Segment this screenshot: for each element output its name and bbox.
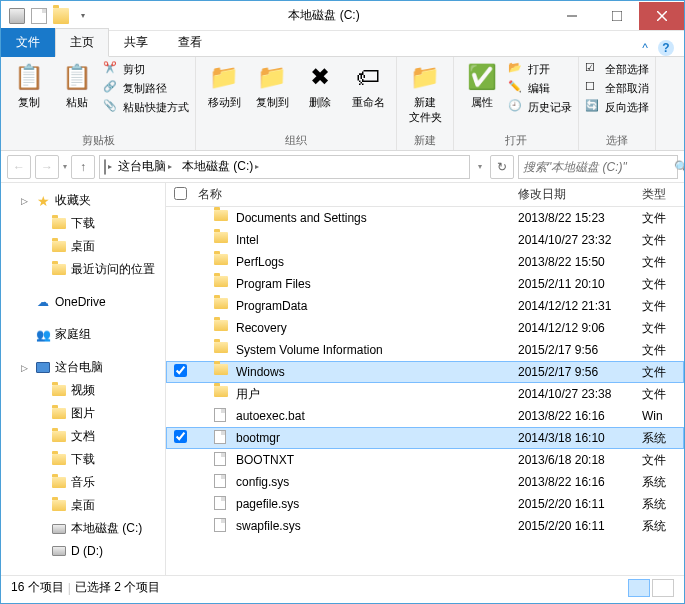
- file-row[interactable]: BOOTNXT2013/6/18 20:18文件: [166, 449, 684, 471]
- file-row[interactable]: Intel2014/10/27 23:32文件: [166, 229, 684, 251]
- cut-button[interactable]: ✂️剪切: [103, 61, 189, 77]
- minimize-ribbon-icon[interactable]: ^: [642, 41, 648, 55]
- row-checkbox[interactable]: [174, 364, 187, 377]
- breadcrumb-item[interactable]: 这台电脑▸: [114, 158, 176, 175]
- file-type: 文件: [642, 320, 684, 337]
- open-button[interactable]: 📂打开: [508, 61, 572, 77]
- file-name: swapfile.sys: [236, 519, 301, 533]
- column-name[interactable]: 名称: [194, 186, 518, 203]
- row-checkbox[interactable]: [174, 430, 187, 443]
- search-icon[interactable]: 🔍: [674, 160, 685, 174]
- folder-icon[interactable]: [53, 8, 69, 24]
- file-row[interactable]: Program Files2015/2/11 20:10文件: [166, 273, 684, 295]
- folder-icon: [51, 475, 67, 491]
- sidebar-item-下载[interactable]: 下载: [1, 448, 165, 471]
- ribbon-group-剪贴板: 📋复制📋粘贴✂️剪切🔗复制路径📎粘贴快捷方式剪贴板: [1, 57, 196, 150]
- sidebar-item-文档[interactable]: 文档: [1, 425, 165, 448]
- tab-主页[interactable]: 主页: [55, 28, 109, 57]
- navigation-pane[interactable]: ▷★收藏夹下载桌面最近访问的位置☁OneDrive👥家庭组▷这台电脑视频图片文档…: [1, 183, 166, 575]
- file-type: 文件: [642, 276, 684, 293]
- forward-button[interactable]: →: [35, 155, 59, 179]
- column-checkbox[interactable]: [166, 187, 194, 203]
- expand-icon[interactable]: ▷: [21, 363, 31, 373]
- copypath-button[interactable]: 🔗复制路径: [103, 80, 189, 96]
- sidebar-item-桌面[interactable]: 桌面: [1, 235, 165, 258]
- minimize-button[interactable]: [549, 2, 594, 30]
- refresh-button[interactable]: ↻: [490, 155, 514, 179]
- sidebar-item-音乐[interactable]: 音乐: [1, 471, 165, 494]
- new-doc-icon[interactable]: [31, 8, 47, 24]
- file-row[interactable]: Recovery2014/12/12 9:06文件: [166, 317, 684, 339]
- selectnone-button[interactable]: ☐全部取消: [585, 80, 649, 96]
- selectall-button[interactable]: ☑全部选择: [585, 61, 649, 77]
- copyto-button[interactable]: 📁复制到: [250, 61, 294, 110]
- pasteshortcut-button[interactable]: 📎粘贴快捷方式: [103, 99, 189, 115]
- newfolder-button[interactable]: 📁新建文件夹: [403, 61, 447, 125]
- file-row[interactable]: pagefile.sys2015/2/20 16:11系统: [166, 493, 684, 515]
- file-row[interactable]: Windows2015/2/17 9:56文件: [166, 361, 684, 383]
- qat-dropdown-icon[interactable]: ▾: [75, 8, 91, 24]
- maximize-button[interactable]: [594, 2, 639, 30]
- sidebar-item-视频[interactable]: 视频: [1, 379, 165, 402]
- folder-icon: [51, 429, 67, 445]
- sidebar-item-收藏夹[interactable]: ▷★收藏夹: [1, 189, 165, 212]
- file-date: 2013/8/22 15:23: [518, 211, 642, 225]
- delete-button[interactable]: ✖删除: [298, 61, 342, 110]
- help-icon[interactable]: ?: [658, 40, 674, 56]
- tab-file[interactable]: 文件: [1, 28, 55, 57]
- file-icon: [214, 430, 230, 446]
- rename-button[interactable]: 🏷重命名: [346, 61, 390, 110]
- file-row[interactable]: autoexec.bat2013/8/22 16:16Win: [166, 405, 684, 427]
- file-rows[interactable]: Documents and Settings2013/8/22 15:23文件I…: [166, 207, 684, 575]
- search-box[interactable]: 🔍: [518, 155, 678, 179]
- up-button[interactable]: ↑: [71, 155, 95, 179]
- tab-共享[interactable]: 共享: [109, 28, 163, 57]
- ribbon-group-label: 选择: [585, 131, 649, 148]
- homegroup-icon: 👥: [35, 327, 51, 343]
- tab-查看[interactable]: 查看: [163, 28, 217, 57]
- history-button[interactable]: 🕘历史记录: [508, 99, 572, 115]
- file-row[interactable]: 用户2014/10/27 23:38文件: [166, 383, 684, 405]
- address-dropdown-icon[interactable]: ▾: [474, 162, 486, 171]
- column-date[interactable]: 修改日期: [518, 186, 642, 203]
- file-row[interactable]: PerfLogs2013/8/22 15:50文件: [166, 251, 684, 273]
- sidebar-item-这台电脑[interactable]: ▷这台电脑: [1, 356, 165, 379]
- back-button[interactable]: ←: [7, 155, 31, 179]
- folder-icon: [214, 276, 230, 292]
- ribbon-group-打开: ✅属性📂打开✏️编辑🕘历史记录打开: [454, 57, 579, 150]
- paste-button[interactable]: 📋粘贴: [55, 61, 99, 110]
- file-type: 系统: [642, 518, 684, 535]
- file-row[interactable]: swapfile.sys2015/2/20 16:11系统: [166, 515, 684, 537]
- file-name: bootmgr: [236, 431, 280, 445]
- sidebar-item-OneDrive[interactable]: ☁OneDrive: [1, 291, 165, 313]
- file-row[interactable]: Documents and Settings2013/8/22 15:23文件: [166, 207, 684, 229]
- details-view-button[interactable]: [628, 579, 650, 597]
- column-type[interactable]: 类型: [642, 186, 684, 203]
- sidebar-item-图片[interactable]: 图片: [1, 402, 165, 425]
- properties-button[interactable]: ✅属性: [460, 61, 504, 110]
- main-area: ▷★收藏夹下载桌面最近访问的位置☁OneDrive👥家庭组▷这台电脑视频图片文档…: [1, 183, 684, 575]
- sidebar-item-D (D:)[interactable]: D (D:): [1, 540, 165, 562]
- sidebar-item-下载[interactable]: 下载: [1, 212, 165, 235]
- sidebar-item-桌面[interactable]: 桌面: [1, 494, 165, 517]
- recent-locations-icon[interactable]: ▾: [63, 162, 67, 171]
- column-headers: 名称 修改日期 类型: [166, 183, 684, 207]
- sidebar-item-最近访问的位置[interactable]: 最近访问的位置: [1, 258, 165, 281]
- copy-button[interactable]: 📋复制: [7, 61, 51, 110]
- edit-button[interactable]: ✏️编辑: [508, 80, 572, 96]
- icons-view-button[interactable]: [652, 579, 674, 597]
- breadcrumb[interactable]: ▸ 这台电脑▸本地磁盘 (C:)▸: [99, 155, 470, 179]
- sidebar-item-家庭组[interactable]: 👥家庭组: [1, 323, 165, 346]
- file-row[interactable]: ProgramData2014/12/12 21:31文件: [166, 295, 684, 317]
- file-row[interactable]: bootmgr2014/3/18 16:10系统: [166, 427, 684, 449]
- file-row[interactable]: System Volume Information2015/2/17 9:56文…: [166, 339, 684, 361]
- file-row[interactable]: config.sys2013/8/22 16:16系统: [166, 471, 684, 493]
- search-input[interactable]: [523, 160, 674, 174]
- invert-button[interactable]: 🔄反向选择: [585, 99, 649, 115]
- breadcrumb-item[interactable]: 本地磁盘 (C:)▸: [178, 158, 263, 175]
- moveto-button[interactable]: 📁移动到: [202, 61, 246, 110]
- close-button[interactable]: [639, 2, 684, 30]
- sidebar-item-本地磁盘 (C:)[interactable]: 本地磁盘 (C:): [1, 517, 165, 540]
- expand-icon[interactable]: ▷: [21, 196, 31, 206]
- folder-icon: [51, 452, 67, 468]
